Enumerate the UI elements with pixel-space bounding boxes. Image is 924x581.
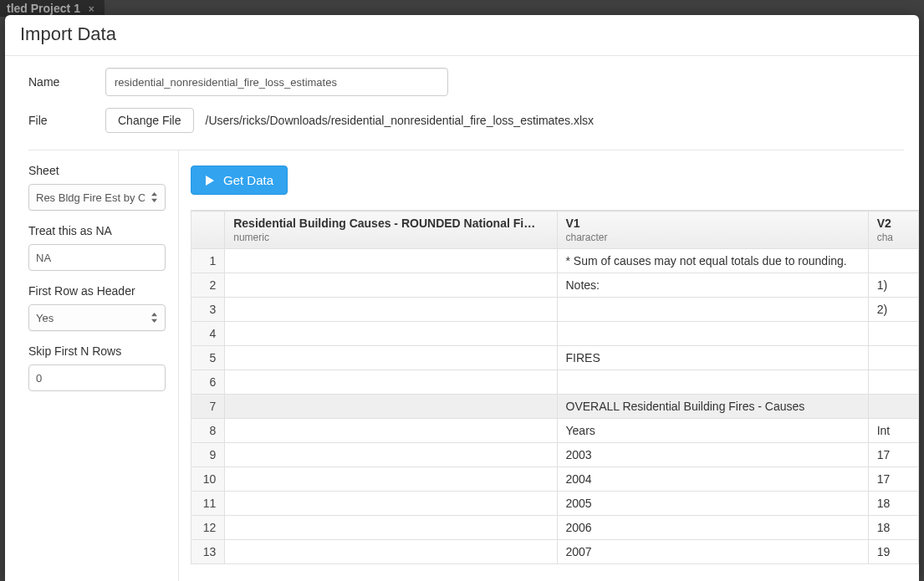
row-number: 3: [191, 298, 225, 322]
table-row[interactable]: 32): [191, 298, 919, 322]
table-row[interactable]: 1* Sum of causes may not equal totals du…: [191, 249, 919, 273]
cell: 2006: [557, 516, 868, 540]
skip-label: Skip First N Rows: [28, 344, 166, 358]
row-number: 2: [191, 273, 225, 298]
row-number: 10: [191, 467, 225, 492]
table-row[interactable]: 7OVERALL Residential Building Fires - Ca…: [191, 395, 919, 419]
change-file-button-label: Change File: [118, 114, 181, 127]
cell: [225, 443, 557, 467]
cell: 2004: [557, 467, 868, 492]
cell: [225, 395, 557, 419]
header-select[interactable]: Yes: [28, 304, 166, 331]
cell: FIRES: [557, 346, 868, 370]
cell: [225, 492, 557, 516]
table-row[interactable]: 4: [191, 322, 919, 346]
cell: 17: [868, 443, 918, 467]
dialog-top-form: Name File Change File /Users/ricks/Downl…: [5, 56, 919, 150]
name-label: Name: [28, 75, 105, 89]
cell: [868, 346, 918, 370]
cell: 2003: [557, 443, 868, 467]
cell: 18: [868, 492, 918, 516]
cell: * Sum of causes may not equal totals due…: [557, 249, 868, 273]
cell: [225, 298, 557, 322]
cell: 2007: [557, 540, 868, 564]
cell: [557, 298, 868, 322]
get-data-button[interactable]: Get Data: [191, 166, 288, 195]
close-icon: ×: [89, 3, 94, 15]
table-row[interactable]: 6: [191, 370, 919, 395]
row-number: 9: [191, 443, 225, 467]
cell: [225, 322, 557, 346]
row-number: 1: [191, 249, 225, 273]
column-header[interactable]: Residential Building Causes - ROUNDED Na…: [225, 212, 557, 249]
file-label: File: [28, 114, 105, 127]
data-preview-table-wrap[interactable]: Residential Building Causes - ROUNDED Na…: [191, 210, 919, 581]
na-input[interactable]: [28, 244, 166, 271]
cell: [225, 249, 557, 273]
preview-panel: Get Data Residential Building Causes - R…: [179, 150, 919, 581]
sheet-label: Sheet: [28, 164, 166, 177]
cell: [225, 419, 557, 443]
cell: [868, 322, 918, 346]
column-header[interactable]: V1 character: [557, 212, 868, 249]
cell: 2): [868, 298, 918, 322]
cell: [557, 322, 868, 346]
row-number: 13: [191, 540, 225, 564]
column-header[interactable]: V2 cha: [868, 212, 918, 249]
table-row[interactable]: 2Notes:1): [191, 273, 919, 298]
sheet-select[interactable]: Res Bldg Fire Est by Cau: [28, 184, 166, 211]
table-row[interactable]: 13200719: [191, 540, 919, 564]
na-label: Treat this as NA: [28, 224, 166, 237]
background-tab-label: tled Project 1: [7, 2, 80, 15]
dialog-title: Import Data: [20, 23, 904, 45]
cell: Int: [868, 419, 918, 443]
dialog-header: Import Data: [5, 15, 919, 56]
row-number: 7: [191, 395, 225, 419]
cell: 19: [868, 540, 918, 564]
header-label: First Row as Header: [28, 284, 166, 298]
row-number: 11: [191, 492, 225, 516]
cell: OVERALL Residential Building Fires - Cau…: [557, 395, 868, 419]
cell: [868, 395, 918, 419]
table-row[interactable]: 9200317: [191, 443, 919, 467]
cell: [868, 249, 918, 273]
cell: [225, 516, 557, 540]
table-row[interactable]: 11200518: [191, 492, 919, 516]
cell: [225, 467, 557, 492]
cell: 17: [868, 467, 918, 492]
play-icon: [205, 175, 215, 186]
change-file-button[interactable]: Change File: [105, 108, 194, 133]
cell: 2005: [557, 492, 868, 516]
row-number: 5: [191, 346, 225, 370]
table-row[interactable]: 12200618: [191, 516, 919, 540]
import-options-panel: Sheet Res Bldg Fire Est by Cau Treat thi…: [5, 150, 179, 581]
file-path: /Users/ricks/Downloads/residential_nonre…: [206, 114, 595, 127]
cell: [225, 540, 557, 564]
cell: [225, 370, 557, 395]
table-row[interactable]: 10200417: [191, 467, 919, 492]
row-number: 12: [191, 516, 225, 540]
row-number: 4: [191, 322, 225, 346]
cell: 18: [868, 516, 918, 540]
cell: [557, 370, 868, 395]
cell: [225, 346, 557, 370]
import-data-dialog: Import Data Name File Change File /Users…: [5, 15, 919, 581]
table-row[interactable]: 8YearsInt: [191, 419, 919, 443]
cell: [225, 273, 557, 298]
cell: Notes:: [557, 273, 868, 298]
row-number: 8: [191, 419, 225, 443]
skip-input[interactable]: [28, 364, 166, 391]
background-tab: tled Project 1 ×: [0, 0, 105, 17]
row-number: 6: [191, 370, 225, 395]
cell: 1): [868, 273, 918, 298]
table-row[interactable]: 5FIRES: [191, 346, 919, 370]
rownum-header: [191, 212, 225, 249]
get-data-button-label: Get Data: [223, 173, 273, 187]
cell: [868, 370, 918, 395]
data-preview-table: Residential Building Causes - ROUNDED Na…: [191, 211, 919, 564]
name-input[interactable]: [105, 68, 448, 96]
cell: Years: [557, 419, 868, 443]
